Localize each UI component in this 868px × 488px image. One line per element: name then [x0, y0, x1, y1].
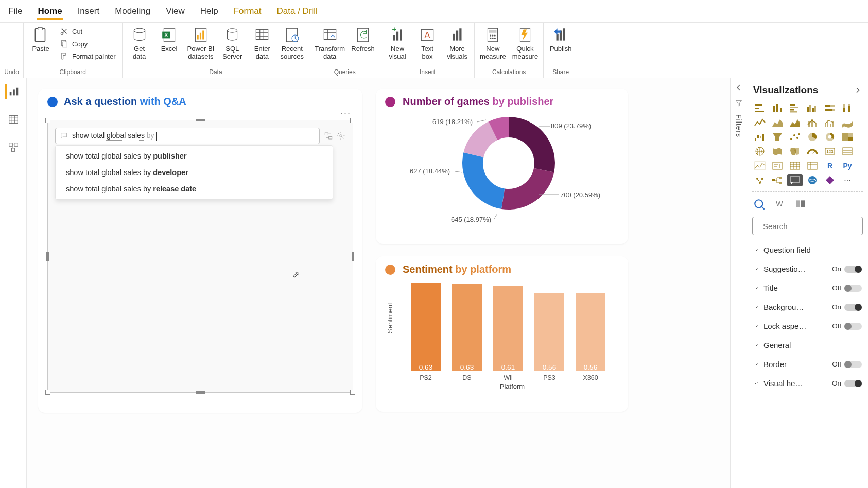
format-prop[interactable]: BorderOff [747, 355, 868, 374]
viz-scatter[interactable] [787, 131, 803, 143]
cut-button[interactable]: Cut [58, 26, 118, 37]
resize-handle-tl[interactable] [45, 118, 50, 123]
bar-X360[interactable]: 0.56 [576, 293, 605, 371]
viz-stacked-area[interactable] [787, 116, 803, 129]
format-prop[interactable]: General [747, 336, 868, 355]
qa-suggestion-2[interactable]: show total global sales by developer [56, 164, 333, 181]
viz-shape-map[interactable] [787, 145, 803, 158]
viz-card[interactable]: 123 [822, 145, 838, 158]
menu-modeling[interactable]: Modeling [114, 3, 151, 20]
refresh-button[interactable]: Refresh [349, 24, 377, 54]
convert-visual-icon[interactable] [324, 131, 333, 141]
bar-PS2[interactable]: 0.63 [411, 283, 441, 371]
quick-measure-button[interactable]: Quick measure [510, 24, 541, 62]
model-view-button[interactable] [6, 140, 21, 154]
viz-stacked-bar[interactable] [752, 102, 768, 114]
menu-view[interactable]: View [165, 3, 186, 20]
new-visual-button[interactable]: +New visual [384, 24, 411, 62]
format-prop-toggle[interactable]: On [832, 303, 862, 311]
viz-table[interactable] [787, 160, 803, 172]
qa-settings-icon[interactable] [336, 131, 345, 141]
qa-visual[interactable]: Ask a question with Q&A ··· show [38, 89, 362, 413]
menu-help[interactable]: Help [199, 3, 219, 20]
menu-home[interactable]: Home [37, 3, 63, 20]
donut-visual[interactable]: Number of games by publisher 809 ( [376, 89, 628, 244]
get-data-button[interactable]: Get data [126, 24, 153, 62]
format-tool[interactable]: W [774, 198, 787, 210]
paste-button[interactable]: Paste [27, 24, 55, 54]
menu-file[interactable]: File [7, 3, 23, 20]
bar-PS3[interactable]: 0.56 [534, 293, 564, 371]
format-prop[interactable]: Visual he…On [747, 374, 868, 393]
viz-clustered-column[interactable] [805, 102, 820, 114]
viz-powerapps[interactable] [822, 174, 838, 186]
format-prop[interactable]: TitleOff [747, 278, 868, 298]
transform-data-button[interactable]: Transform data [313, 24, 347, 62]
more-visuals-button[interactable]: More visuals [443, 24, 471, 62]
viz-decomposition[interactable] [770, 174, 785, 186]
viz-ribbon[interactable] [840, 116, 855, 129]
viz-stacked-column[interactable] [770, 102, 785, 114]
recent-sources-button[interactable]: Recent sources [278, 24, 306, 62]
format-prop-toggle[interactable]: Off [832, 322, 862, 330]
format-prop-toggle[interactable]: Off [832, 360, 862, 368]
sql-server-button[interactable]: SQL Server [218, 24, 246, 62]
viz-py[interactable]: Py [840, 160, 855, 172]
viz-map[interactable] [752, 145, 768, 158]
viz-key-influencers[interactable] [752, 174, 768, 186]
qa-question-input[interactable]: show total global sales by [55, 128, 320, 144]
resize-handle-br[interactable] [350, 390, 355, 395]
viz-line[interactable] [752, 116, 768, 129]
bar-DS[interactable]: 0.63 [452, 284, 482, 371]
format-prop[interactable]: Backgrou…On [747, 298, 868, 317]
viz-area[interactable] [770, 116, 785, 129]
viz-100-column[interactable] [840, 102, 855, 114]
viz-line-column[interactable] [805, 116, 820, 129]
viz-arcgis[interactable] [805, 174, 820, 186]
viz-funnel[interactable] [770, 131, 785, 143]
enter-data-button[interactable]: Enter data [248, 24, 276, 62]
viz-donut[interactable] [822, 131, 838, 143]
bar-visual[interactable]: Sentiment by platform Sentiment 0.630.63… [376, 256, 628, 412]
viz-gauge[interactable] [805, 145, 820, 158]
viz-matrix[interactable] [805, 160, 820, 172]
format-prop[interactable]: Lock aspe…Off [747, 317, 868, 336]
format-painter-button[interactable]: Format painter [58, 50, 118, 62]
resize-handle-l[interactable] [46, 252, 49, 261]
viz-100-bar[interactable] [822, 102, 838, 114]
resize-handle-bl[interactable] [45, 390, 50, 395]
bar-Wii[interactable]: 0.61 [493, 286, 523, 371]
viz-treemap[interactable] [840, 131, 855, 143]
resize-handle-tr[interactable] [350, 118, 355, 123]
report-view-button[interactable] [5, 84, 20, 99]
menu-data-drill[interactable]: Data / Drill [276, 3, 319, 20]
resize-handle-t[interactable] [196, 119, 205, 121]
report-canvas[interactable]: Ask a question with Q&A ··· show [27, 78, 730, 488]
chevron-right-icon[interactable] [854, 86, 862, 94]
viz-search-input[interactable] [763, 222, 861, 231]
viz-multi-card[interactable] [840, 145, 855, 158]
pbi-datasets-button[interactable]: Power BI datasets [185, 24, 217, 62]
viz-filled-map[interactable] [770, 145, 785, 158]
resize-handle-r[interactable] [352, 252, 354, 261]
resize-handle-b[interactable] [196, 391, 205, 394]
qa-more-options[interactable]: ··· [340, 108, 351, 119]
viz-more[interactable]: ··· [840, 174, 855, 186]
viz-qna[interactable] [787, 174, 803, 186]
analytics-tool[interactable] [794, 198, 808, 210]
publish-button[interactable]: Publish [547, 24, 575, 54]
copy-button[interactable]: Copy [58, 38, 118, 49]
viz-slicer[interactable] [770, 160, 785, 172]
qa-selection-frame[interactable]: show total global sales by show total gl… [47, 120, 353, 393]
format-prop-toggle[interactable]: On [832, 379, 862, 387]
excel-button[interactable]: XExcel [155, 24, 183, 54]
format-prop[interactable]: Suggestio…On [747, 259, 868, 278]
viz-pie[interactable] [805, 131, 820, 143]
fields-tool[interactable] [753, 198, 767, 210]
viz-search[interactable] [752, 217, 863, 235]
format-prop-toggle[interactable]: On [832, 265, 862, 273]
menu-format[interactable]: Format [233, 3, 263, 20]
new-measure-button[interactable]: New measure [478, 24, 508, 62]
format-prop[interactable]: Question field [747, 240, 868, 259]
viz-line-clustered[interactable] [822, 116, 838, 129]
